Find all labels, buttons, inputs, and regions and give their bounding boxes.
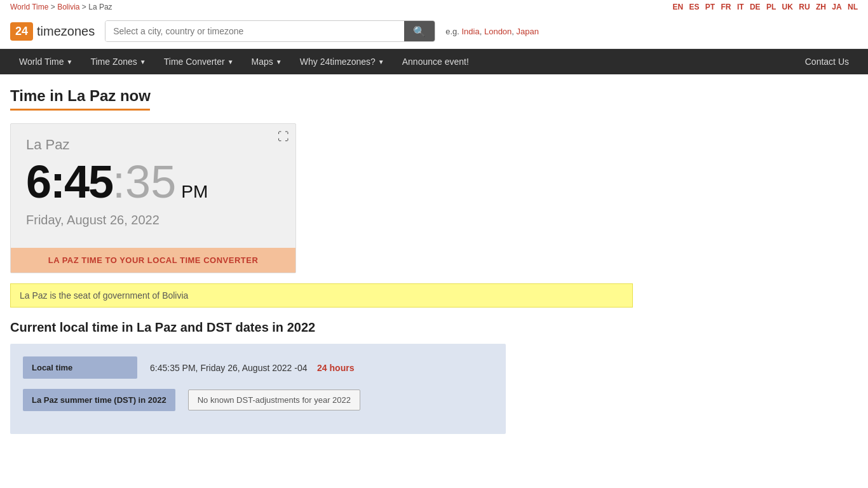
breadcrumb-bolivia[interactable]: Bolivia (57, 3, 79, 11)
logo-name: timezones (37, 24, 95, 39)
expand-icon[interactable]: ⛶ (278, 130, 289, 144)
chevron-down-icon: ▼ (140, 58, 146, 65)
dst-label-summer-time: La Paz summer time (DST) in 2022 (23, 389, 175, 411)
breadcrumb-world-time[interactable]: World Time (10, 3, 48, 11)
dst-value-local-time: 6:45:35 PM, Friday 26, August 2022 -04 2… (150, 363, 354, 373)
breadcrumb: World Time > Bolivia > La Paz (10, 3, 112, 11)
nav-time-zones[interactable]: Time Zones ▼ (81, 49, 154, 74)
nav-world-time[interactable]: World Time ▼ (10, 49, 81, 74)
nav-time-converter[interactable]: Time Converter ▼ (155, 49, 243, 74)
logo[interactable]: 24 timezones (10, 22, 95, 41)
lang-nl[interactable]: NL (848, 3, 858, 11)
example-london[interactable]: London (484, 27, 512, 36)
clock-date: Friday, August 26, 2022 (26, 213, 280, 227)
search-examples: e.g. India, London, Japan (445, 27, 539, 36)
clock-hours-minutes: 6:45 (26, 156, 112, 208)
logo-number: 24 (10, 22, 33, 41)
converter-button[interactable]: LA PAZ TIME TO YOUR LOCAL TIME CONVERTER (11, 248, 295, 273)
clock-city: La Paz (26, 137, 280, 153)
24-hours-link[interactable]: 24 hours (317, 363, 354, 373)
clock-time: 6:45 :35 PM (26, 156, 280, 208)
chevron-down-icon: ▼ (227, 58, 234, 65)
lang-ja[interactable]: JA (832, 3, 841, 11)
clock-ampm: PM (181, 182, 208, 202)
lang-ru[interactable]: RU (799, 3, 810, 11)
language-bar: EN ES PT FR IT DE PL UK RU ZH JA NL (668, 3, 858, 11)
example-india[interactable]: India (462, 27, 480, 36)
example-japan[interactable]: Japan (517, 27, 539, 36)
clock-inner: La Paz 6:45 :35 PM Friday, August 26, 20… (11, 124, 295, 248)
lang-it[interactable]: IT (737, 3, 744, 11)
lang-pl[interactable]: PL (766, 3, 776, 11)
nav-why[interactable]: Why 24timezones? ▼ (291, 49, 393, 74)
main-nav: World Time ▼ Time Zones ▼ Time Converter… (0, 49, 868, 74)
main-content: Time in La Paz now ⛶ La Paz 6:45 :35 PM … (0, 74, 750, 447)
clock-seconds: :35 (112, 156, 176, 208)
nav-announce[interactable]: Announce event! (393, 49, 478, 74)
dst-no-adjustment-badge: No known DST-adjustments for year 2022 (188, 390, 360, 410)
lang-en[interactable]: EN (672, 3, 683, 11)
lang-pt[interactable]: PT (705, 3, 715, 11)
lang-uk[interactable]: UK (782, 3, 793, 11)
chevron-down-icon: ▼ (67, 58, 73, 65)
lang-es[interactable]: ES (689, 3, 699, 11)
lang-de[interactable]: DE (750, 3, 761, 11)
lang-zh[interactable]: ZH (816, 3, 826, 11)
breadcrumb-la-paz: La Paz (88, 3, 112, 11)
clock-card: ⛶ La Paz 6:45 :35 PM Friday, August 26, … (10, 123, 296, 273)
dst-row-local-time: Local time 6:45:35 PM, Friday 26, August… (23, 356, 493, 379)
header: 24 timezones 🔍 e.g. India, London, Japan (0, 14, 868, 49)
dst-section-title: Current local time in La Paz and DST dat… (10, 320, 740, 335)
page-title: Time in La Paz now (10, 87, 740, 105)
dst-card: Local time 6:45:35 PM, Friday 26, August… (10, 344, 506, 434)
chevron-down-icon: ▼ (378, 58, 384, 65)
info-banner: La Paz is the seat of government of Boli… (10, 283, 633, 308)
search-bar: 🔍 (105, 20, 435, 42)
search-input[interactable] (105, 21, 404, 41)
nav-contact[interactable]: Contact Us (796, 49, 858, 74)
nav-maps[interactable]: Maps ▼ (243, 49, 291, 74)
title-underline (10, 109, 150, 111)
dst-row-summer-time: La Paz summer time (DST) in 2022 No know… (23, 389, 493, 411)
lang-fr[interactable]: FR (721, 3, 731, 11)
search-button[interactable]: 🔍 (404, 21, 435, 41)
chevron-down-icon: ▼ (276, 58, 282, 65)
top-bar: World Time > Bolivia > La Paz EN ES PT F… (0, 0, 868, 14)
dst-label-local-time: Local time (23, 356, 137, 379)
